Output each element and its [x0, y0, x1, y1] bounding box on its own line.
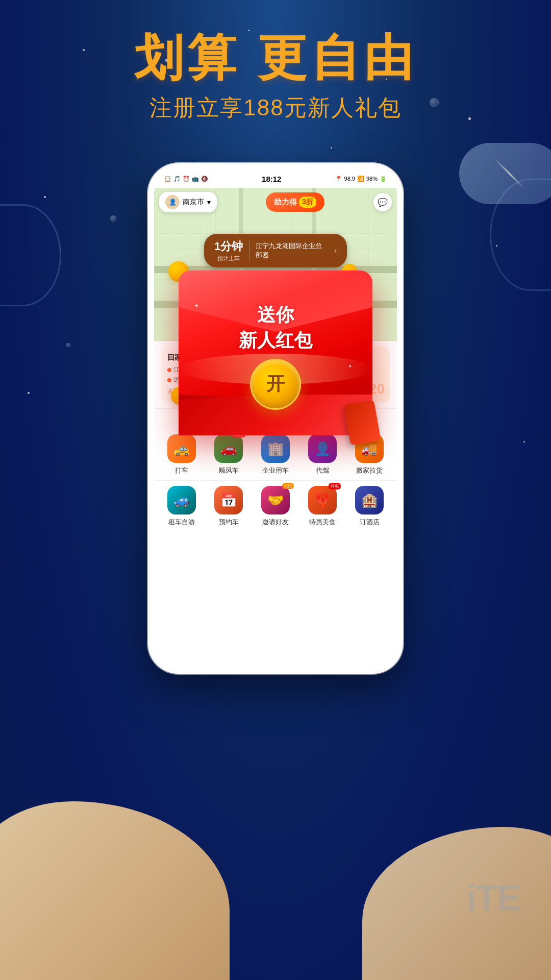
invite-icon: 🤝 +20 [261, 486, 290, 514]
rental-icon: 🚙 [167, 486, 196, 514]
brand-text: iTE [466, 877, 520, 919]
subtitle-text: 注册立享188元新人礼包 [0, 93, 551, 123]
open-envelope-button[interactable]: 开 [250, 359, 301, 410]
promo-label: 助力得 [274, 198, 297, 207]
status-time: 18:12 [262, 175, 281, 183]
mute-icon: 🔇 [201, 176, 208, 182]
eta-time-block: 1分钟 预计上车 [214, 239, 243, 262]
cloud-left [0, 801, 230, 980]
driver-label: 代驾 [316, 466, 329, 475]
reserve-label: 预约车 [219, 518, 239, 527]
status-bar: 📋 🎵 ⏰ 📺 🔇 18:12 📍 98.9 📶 98% 🔋 [154, 169, 397, 188]
food-badge: 特惠 [329, 483, 341, 489]
taxi-label: 打车 [175, 466, 188, 475]
service-driver[interactable]: 👤 代驾 [302, 434, 343, 475]
service-food[interactable]: 🦞 特惠 特惠美食 [302, 486, 343, 527]
battery-icon: 🔋 [380, 176, 387, 182]
carpool-label: 顺风车 [219, 466, 239, 475]
status-left-icons: 📋 🎵 ⏰ 📺 🔇 [164, 176, 208, 182]
user-avatar: 👤 [165, 195, 180, 209]
dest-dot-1 [167, 368, 171, 372]
envelope-line1: 送你 [239, 302, 312, 328]
service-enterprise[interactable]: 🏢 企业用车 [255, 434, 296, 475]
promo-discount: 3折 [299, 197, 316, 208]
screen-icon: 📺 [192, 176, 199, 182]
envelope-text: 送你 新人红包 [239, 302, 312, 354]
headline-text: 划算 更自由 [0, 31, 551, 85]
clouds-top-decoration [459, 143, 551, 204]
signal-strength: 98.9 [344, 176, 355, 182]
red-envelope-card: 送你 新人红包 ✦ ✦ 开 [179, 272, 372, 435]
taxi-icon: 🚕 [167, 434, 196, 463]
notification-icon: 📋 [164, 176, 171, 182]
promo-tag[interactable]: 助力得 3折 [266, 192, 324, 212]
food-label: 特惠美食 [309, 518, 336, 527]
eta-arrow-icon: › [334, 246, 337, 255]
phone-screen: 📋 🎵 ⏰ 📺 🔇 18:12 📍 98.9 📶 98% 🔋 [154, 169, 397, 668]
envelope-line2: 新人红包 [239, 328, 312, 353]
eta-subtitle: 预计上车 [217, 255, 240, 261]
enterprise-icon: 🏢 [261, 434, 290, 463]
invite-badge: +20 [282, 483, 294, 489]
phone-mockup: 📋 🎵 ⏰ 📺 🔇 18:12 📍 98.9 📶 98% 🔋 [148, 163, 403, 674]
location-tag[interactable]: 👤 南京市 ▾ [159, 192, 217, 212]
status-right: 📍 98.9 📶 98% 🔋 [335, 176, 387, 182]
eta-minutes: 1分钟 [214, 239, 243, 254]
service-invite[interactable]: 🤝 +20 邀请好友 [255, 486, 296, 527]
city-dropdown-icon: ▾ [207, 198, 211, 206]
hotel-icon: 🏨 [355, 486, 384, 514]
reserve-icon: 📅 [214, 486, 243, 514]
alarm-icon: ⏰ [183, 176, 190, 182]
env-star-1: ✦ [194, 302, 199, 309]
service-reserve[interactable]: 📅 预约车 [208, 486, 249, 527]
hero-section: 划算 更自由 注册立享188元新人礼包 [0, 31, 551, 123]
service-hotel[interactable]: 🏨 订酒店 [349, 486, 390, 527]
wifi-icon: 📶 [357, 176, 364, 182]
carpool-icon: 🚗 NEW [214, 434, 243, 463]
enterprise-label: 企业用车 [262, 466, 289, 475]
cloud-right [362, 827, 551, 980]
hotel-label: 订酒店 [360, 518, 380, 527]
map-header: 👤 南京市 ▾ 助力得 3折 💬 [159, 192, 392, 212]
service-taxi[interactable]: 🚕 打车 [161, 434, 202, 475]
location-icon: 📍 [335, 176, 342, 182]
message-button[interactable]: 💬 [373, 193, 392, 211]
driver-icon: 👤 [308, 434, 337, 463]
food-icon: 🦞 特惠 [308, 486, 337, 514]
music-icon: 🎵 [173, 176, 181, 182]
rental-label: 租车自游 [168, 518, 195, 527]
phone-frame: 📋 🎵 ⏰ 📺 🔇 18:12 📍 98.9 📶 98% 🔋 [148, 163, 403, 674]
service-rental[interactable]: 🚙 租车自游 [161, 486, 202, 527]
invite-label: 邀请好友 [262, 518, 289, 527]
city-name: 南京市 [183, 198, 204, 207]
dest-dot-2 [167, 378, 171, 382]
moving-label: 搬家拉货 [356, 466, 383, 475]
eta-card: 1分钟 预计上车 江宁九龙湖国际企业总部园 › [204, 234, 347, 267]
battery-level: 98% [366, 176, 378, 182]
eta-divider [249, 240, 249, 261]
red-envelope-overlay: 送你 新人红包 ✦ ✦ 开 [179, 272, 372, 435]
service-carpool[interactable]: 🚗 NEW 顺风车 [208, 434, 249, 475]
eta-destination: 江宁九龙湖国际企业总部园 [256, 241, 328, 260]
services-row-2: 🚙 租车自游 📅 预约车 🤝 +20 邀请好友 [154, 481, 397, 532]
